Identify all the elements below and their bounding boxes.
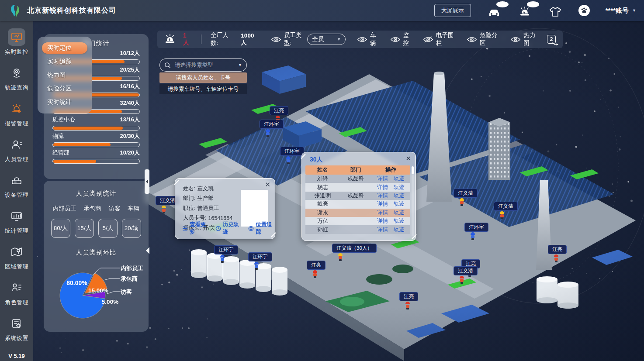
row-actions: 详情轨迹 bbox=[371, 192, 410, 199]
worker-label[interactable]: 江义清 bbox=[454, 189, 478, 198]
worker-figure-red[interactable] bbox=[554, 254, 558, 262]
worker-figure-yellow[interactable] bbox=[460, 198, 464, 206]
layer-toggle-车辆[interactable]: 车辆 bbox=[357, 31, 380, 47]
search-input[interactable] bbox=[174, 62, 235, 69]
category-count-box[interactable]: 20/辆 bbox=[122, 219, 141, 238]
svg-text:80.00%: 80.00% bbox=[66, 279, 87, 286]
sidebar-item-报警管理[interactable]: 报警管理 bbox=[5, 96, 28, 132]
submenu-item-热力图[interactable]: 热力图 bbox=[42, 69, 87, 81]
layer-toggle-危险分区[interactable]: 危险分区 bbox=[467, 31, 500, 47]
layer-toggle-热力图[interactable]: 热力图 bbox=[511, 31, 539, 47]
close-icon[interactable]: ✕ bbox=[405, 155, 411, 162]
worker-label[interactable]: 江环宇 bbox=[214, 245, 238, 254]
clothes-icon[interactable] bbox=[548, 4, 563, 17]
big-screen-button[interactable]: 大屏展示 bbox=[434, 4, 471, 17]
worker-figure-blue[interactable] bbox=[266, 129, 270, 137]
detail-link[interactable]: 详情 bbox=[377, 217, 388, 225]
detail-link[interactable]: 详情 bbox=[377, 209, 388, 217]
worker-figure-blue[interactable] bbox=[286, 156, 291, 164]
category-count-box[interactable]: 15/人 bbox=[75, 219, 94, 238]
row-dept: 成品科 bbox=[340, 175, 371, 182]
sidebar-item-实时监控[interactable]: 实时监控 bbox=[5, 24, 28, 60]
search-option[interactable]: 请搜索车牌号、车辆定位卡号 bbox=[159, 84, 247, 94]
eye-icon[interactable] bbox=[271, 36, 281, 43]
worker-legs bbox=[501, 217, 503, 219]
detail-link[interactable]: 详情 bbox=[377, 175, 388, 182]
track-link[interactable]: 轨迹 bbox=[394, 209, 405, 217]
search-icon bbox=[164, 62, 171, 69]
worker-label[interactable]: 江环宇 bbox=[260, 120, 284, 129]
svg-text:访客: 访客 bbox=[120, 289, 132, 295]
collapse-handle[interactable] bbox=[145, 169, 149, 194]
sidebar-item-label: 轨迹查询 bbox=[5, 84, 28, 92]
worker-helmet bbox=[338, 253, 343, 256]
account-name: ****账号 bbox=[606, 7, 629, 15]
category-panel-title: 人员类别统计 bbox=[49, 189, 143, 198]
worker-figure-yellow[interactable] bbox=[338, 253, 343, 261]
worker-label[interactable]: 江义清 bbox=[494, 202, 518, 211]
category-count-box[interactable]: 5/人 bbox=[98, 219, 118, 238]
detail-link[interactable]: 详情 bbox=[377, 200, 388, 208]
person-action-位置追踪[interactable]: 位置追踪 bbox=[248, 221, 275, 236]
worker-label[interactable]: 江环宇 bbox=[248, 252, 272, 261]
search-box[interactable]: ▼ bbox=[159, 58, 247, 72]
track-link[interactable]: 轨迹 bbox=[394, 175, 405, 182]
person-action-历史轨迹[interactable]: 历史轨迹 bbox=[215, 221, 242, 236]
worker-label[interactable]: 江亮 bbox=[270, 106, 288, 115]
alarm-alert-icon[interactable] bbox=[517, 4, 532, 17]
worker-label[interactable]: 江亮 bbox=[399, 292, 418, 301]
worker-label[interactable]: 江义清 bbox=[454, 266, 478, 275]
submenu-item-实时统计[interactable]: 实时统计 bbox=[42, 96, 87, 108]
layer-toggle-电子围栏[interactable]: 电子围栏 bbox=[423, 31, 457, 47]
category-count-box[interactable]: 80/人 bbox=[51, 219, 70, 238]
submenu-item-危险分区[interactable]: 危险分区 bbox=[42, 83, 87, 94]
scrollbar[interactable] bbox=[412, 166, 414, 236]
person-action-查看更多[interactable]: 查看更多 bbox=[182, 221, 209, 236]
worker-figure-blue[interactable] bbox=[254, 262, 259, 269]
close-icon[interactable]: ✕ bbox=[265, 181, 270, 188]
worker-label[interactable]: 江亮 bbox=[307, 261, 325, 270]
dimension-toggle-2d[interactable]: 2 bbox=[547, 35, 556, 44]
worker-label[interactable]: 江亮 bbox=[548, 245, 567, 254]
worker-label[interactable]: 江环宇 bbox=[280, 147, 304, 156]
row-actions: 详情轨迹 bbox=[371, 209, 410, 217]
detail-link[interactable]: 详情 bbox=[377, 226, 388, 234]
track-link[interactable]: 轨迹 bbox=[394, 184, 405, 191]
worker-figure-red[interactable] bbox=[313, 270, 317, 278]
vehicle-alert-icon[interactable] bbox=[487, 4, 502, 17]
sidebar-item-label: 设备管理 bbox=[5, 191, 28, 199]
sidebar-item-角色管理[interactable]: 角色管理 bbox=[5, 275, 28, 311]
track-link[interactable]: 轨迹 bbox=[394, 217, 405, 225]
search-option[interactable]: 请搜索人员姓名、卡号 bbox=[159, 72, 247, 83]
track-link[interactable]: 轨迹 bbox=[394, 200, 405, 208]
detail-link[interactable]: 详情 bbox=[377, 184, 388, 191]
sidebar-item-轨迹查询[interactable]: 轨迹查询 bbox=[5, 60, 28, 96]
worker-figure-red[interactable] bbox=[405, 302, 410, 309]
worker-figure-yellow[interactable] bbox=[162, 206, 166, 213]
sidebar-item-区域管理[interactable]: 区域管理 bbox=[5, 239, 28, 275]
alarm-person-count[interactable]: 1人 bbox=[183, 32, 192, 47]
category-label: 车辆 bbox=[128, 205, 140, 213]
sidebar-item-人员管理[interactable]: 人员管理 bbox=[5, 132, 28, 168]
submenu-item-实时定位[interactable]: 实时定位 bbox=[42, 42, 87, 54]
worker-figure-blue[interactable] bbox=[471, 232, 475, 240]
worker-figure-yellow[interactable] bbox=[500, 211, 504, 219]
sidebar-item-统计管理[interactable]: 统计管理 bbox=[5, 203, 28, 239]
detail-link[interactable]: 详情 bbox=[377, 192, 388, 199]
sidebar-item-系统设置[interactable]: 系统设置 bbox=[5, 311, 28, 347]
worker-body bbox=[460, 279, 464, 282]
track-link[interactable]: 轨迹 bbox=[394, 192, 405, 199]
worker-body bbox=[554, 258, 558, 261]
sidebar-item-设备管理[interactable]: 设备管理 bbox=[5, 168, 28, 203]
employee-type-select[interactable]: 全员 ▼ bbox=[307, 34, 346, 45]
worker-label[interactable]: 江环宇 bbox=[464, 223, 488, 232]
track-link[interactable]: 轨迹 bbox=[394, 226, 405, 234]
worker-figure-red[interactable] bbox=[460, 276, 464, 283]
submenu-item-实时追踪[interactable]: 实时追踪 bbox=[42, 56, 87, 67]
collapse-arrow[interactable] bbox=[142, 247, 149, 254]
paw-account-icon[interactable] bbox=[578, 5, 590, 16]
worker-label[interactable]: 江义清（30人） bbox=[332, 244, 377, 253]
worker-figure-blue[interactable] bbox=[220, 255, 225, 262]
layer-toggle-监控[interactable]: 监控 bbox=[391, 31, 413, 47]
account-menu[interactable]: ****账号 ▼ bbox=[606, 7, 636, 15]
